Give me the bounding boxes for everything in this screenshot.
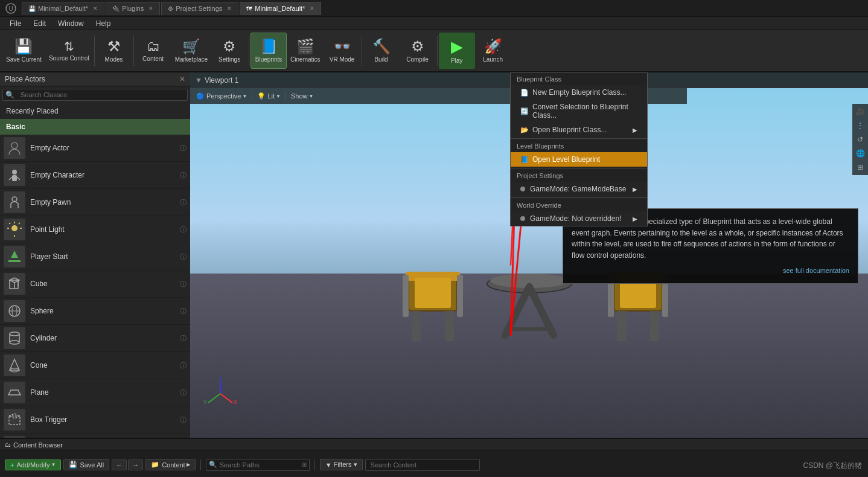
svg-line-5 xyxy=(9,177,12,180)
vp-show-btn[interactable]: Show ▼ xyxy=(287,91,317,101)
menu-help[interactable]: Help xyxy=(90,18,117,29)
toolbar-source-control[interactable]: ⇅ Source Control xyxy=(45,33,93,69)
toolbar-settings[interactable]: ⚙ Settings xyxy=(211,33,247,69)
viewport-dropdown[interactable]: ▼ xyxy=(195,76,202,85)
vp-tool-grid[interactable]: ⋮ xyxy=(854,119,867,132)
toolbar-vr-mode[interactable]: 👓 VR Mode xyxy=(324,33,360,69)
actor-sphere-trigger[interactable]: Sphere Trigger ⓘ xyxy=(0,434,190,438)
actor-sphere[interactable]: Sphere ⓘ xyxy=(0,298,190,325)
dd-section-level-blueprints: Level Blueprints xyxy=(511,140,647,152)
actor-plane[interactable]: Plane ⓘ xyxy=(0,379,190,406)
tab-minimal-default-2[interactable]: 🗺 Minimal_Default* ✕ xyxy=(240,2,321,15)
cb-add-modify-btn[interactable]: + Add/Modify ▼ xyxy=(5,459,61,470)
tab-close-4[interactable]: ✕ xyxy=(310,5,314,11)
dd-new-empty-blueprint[interactable]: 📄 New Empty Blueprint Class... xyxy=(511,85,647,100)
actor-cube[interactable]: Cube ⓘ xyxy=(0,271,190,298)
toolbar-content[interactable]: 🗂 Content xyxy=(135,33,171,69)
dd-open-blueprint-class[interactable]: 📂 Open Blueprint Class... ▶ xyxy=(511,123,647,137)
vp-tool-rotate[interactable]: ↺ xyxy=(854,133,867,146)
vp-tool-camera[interactable]: 🎥 xyxy=(854,105,867,118)
place-actors-header: Place Actors ✕ xyxy=(0,72,190,86)
compile-icon: ⚙ xyxy=(411,38,424,55)
blueprints-icon: 📘 xyxy=(260,38,278,55)
vp-lit-btn[interactable]: 💡 Lit ▼ xyxy=(254,91,284,101)
svg-line-57 xyxy=(208,394,220,403)
search-icon: 🔍 xyxy=(3,91,17,99)
tab-project-settings[interactable]: ⚙ Project Settings ✕ xyxy=(161,2,238,15)
actor-empty-pawn-label: Empty Pawn xyxy=(30,198,180,206)
menu-window[interactable]: Window xyxy=(52,18,90,29)
dd-section-blueprint-class: Blueprint Class xyxy=(511,73,647,85)
actor-empty-pawn-icon xyxy=(4,191,25,213)
tab-plugins[interactable]: 🔌 Plugins ✕ xyxy=(106,2,160,15)
dd-gamemode-not-overridden[interactable]: GameMode: Not overridden! ▶ xyxy=(511,211,647,226)
menu-edit[interactable]: Edit xyxy=(27,18,52,29)
actor-player-start[interactable]: Player Start ⓘ xyxy=(0,243,190,271)
content-arrow: ▶ xyxy=(187,462,190,467)
vp-tool-snap[interactable]: 🌐 xyxy=(854,147,867,160)
actor-plane-icon xyxy=(4,382,25,403)
svg-point-2 xyxy=(11,142,18,149)
actor-player-start-icon xyxy=(4,246,25,267)
toolbar-compile[interactable]: ⚙ Compile xyxy=(400,33,436,69)
toolbar-save-current[interactable]: 💾 Save Current xyxy=(2,33,45,69)
actor-box-trigger[interactable]: Box Trigger ⓘ xyxy=(0,406,190,434)
actor-sphere-icon xyxy=(4,300,25,322)
search-paths-input[interactable] xyxy=(217,460,302,470)
search-content-bar xyxy=(365,459,480,471)
search-classes-input[interactable] xyxy=(17,89,187,100)
search-content-input[interactable] xyxy=(368,460,477,470)
toolbar-modes[interactable]: ⚒ Modes xyxy=(96,33,132,69)
launch-icon: 🚀 xyxy=(484,38,502,55)
play-icon: ▶ xyxy=(451,37,463,56)
actor-cone[interactable]: Cone ⓘ xyxy=(0,352,190,379)
cb-save-all-btn[interactable]: 💾 Save All xyxy=(63,459,109,470)
dd-gamemode-gamemodebase[interactable]: GameMode: GameModeBase ▶ xyxy=(511,182,647,196)
toolbar-blueprints[interactable]: 📘 Blueprints xyxy=(251,33,287,69)
actor-point-light[interactable]: Point Light ⓘ xyxy=(0,216,190,243)
place-actors-close[interactable]: ✕ xyxy=(179,75,185,83)
actor-empty-actor-label: Empty Actor xyxy=(30,144,180,152)
cb-content-btn[interactable]: 📁 Content ▶ xyxy=(145,459,196,470)
svg-rect-37 xyxy=(445,311,454,341)
toolbar-launch[interactable]: 🚀 Launch xyxy=(475,33,511,69)
dd-open-level-blueprint[interactable]: 📘 Open Level Blueprint xyxy=(511,152,647,167)
actor-empty-pawn[interactable]: Empty Pawn ⓘ xyxy=(0,189,190,216)
settings-icon: ⚙ xyxy=(223,38,236,55)
menu-file[interactable]: File xyxy=(4,18,27,29)
vp-tool-grid2[interactable]: ⊞ xyxy=(854,161,867,174)
tab-close-1[interactable]: ✕ xyxy=(93,5,98,11)
actor-empty-actor[interactable]: Empty Actor ⓘ xyxy=(0,135,190,162)
search-paths-options[interactable]: ⊞ xyxy=(302,461,307,468)
svg-line-13 xyxy=(9,223,10,224)
vp-perspective-btn[interactable]: 🔵 Perspective ▼ xyxy=(193,91,251,101)
svg-rect-4 xyxy=(12,175,17,181)
toolbar-cinematics[interactable]: 🎬 Cinematics xyxy=(287,33,324,69)
dd-convert-selection[interactable]: 🔄 Convert Selection to Blueprint Class..… xyxy=(511,100,647,123)
tab-close-2[interactable]: ✕ xyxy=(148,5,153,11)
category-basic[interactable]: Basic xyxy=(0,119,190,135)
toolbar-marketplace[interactable]: 🛒 Marketplace xyxy=(171,33,211,69)
filters-btn[interactable]: ▼ Filters ▾ xyxy=(320,459,363,470)
toolbar-build[interactable]: 🔨 Build xyxy=(363,33,400,69)
content-icon: 🗂 xyxy=(147,39,160,54)
cb-back-btn[interactable]: ← xyxy=(112,459,127,470)
save-icon: 💾 xyxy=(14,38,33,55)
dd-new-blueprint-icon: 📄 xyxy=(520,89,529,97)
tab-icon-2: 🔌 xyxy=(112,5,120,12)
tooltip-link[interactable]: see full documentation xyxy=(572,266,849,276)
cb-forward-btn[interactable]: → xyxy=(128,459,143,470)
dd-arrow-1: ▶ xyxy=(633,127,637,133)
category-recently-placed[interactable]: Recently Placed xyxy=(0,103,190,119)
actor-empty-character[interactable]: Empty Character ⓘ xyxy=(0,162,190,189)
actor-point-light-info: ⓘ xyxy=(180,225,187,234)
dd-sep-3 xyxy=(511,197,647,198)
cinematics-icon: 🎬 xyxy=(296,38,314,55)
actor-cylinder[interactable]: Cylinder ⓘ xyxy=(0,325,190,352)
tab-icon-4: 🗺 xyxy=(246,5,252,12)
lit-arrow: ▼ xyxy=(276,94,281,99)
tab-close-3[interactable]: ✕ xyxy=(227,5,232,11)
toolbar-play[interactable]: ▶ Play xyxy=(439,33,475,69)
tab-minimal-default-1[interactable]: 💾 Minimal_Default* ✕ xyxy=(22,2,104,15)
actor-sphere-label: Sphere xyxy=(30,307,180,315)
